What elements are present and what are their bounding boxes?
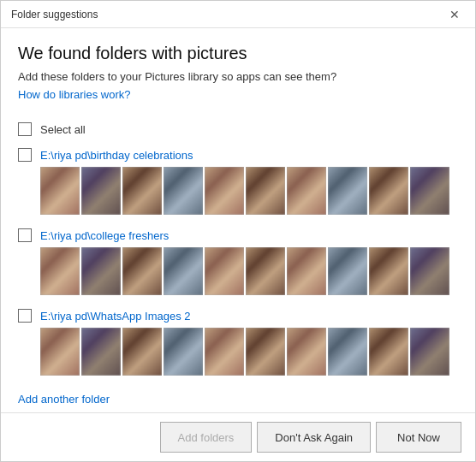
thumbnail — [328, 247, 367, 295]
folder-path-3[interactable]: E:\riya pd\WhatsApp Images 2 — [40, 310, 191, 323]
thumbnail — [81, 247, 121, 295]
thumbnail — [328, 328, 367, 376]
folder-suggestions-dialog: Folder suggestions ✕ We found folders wi… — [0, 0, 476, 462]
thumbnail — [369, 167, 408, 215]
header-section: We found folders with pictures Add these… — [1, 28, 475, 110]
scrollable-area[interactable]: Select all E:\riya pd\birthday celebrati… — [1, 110, 475, 412]
thumbnail — [410, 247, 449, 295]
close-button[interactable]: ✕ — [444, 4, 465, 25]
folder-path-2[interactable]: E:\riya pd\college freshers — [40, 229, 169, 242]
thumbnail — [164, 328, 203, 376]
thumbnail — [246, 247, 285, 295]
folder-checkbox-2[interactable] — [18, 228, 32, 242]
help-link[interactable]: How do libraries work? — [18, 88, 131, 101]
thumbnail — [122, 167, 162, 215]
folder-label-row: E:\riya pd\birthday celebrations — [18, 148, 458, 162]
thumbnail — [287, 167, 326, 215]
footer: Add folders Don't Ask Again Not Now — [1, 412, 475, 461]
thumbnail — [122, 247, 162, 295]
thumbnail — [205, 328, 244, 376]
thumbnail — [81, 167, 121, 215]
thumbnail — [40, 247, 80, 295]
thumbnail — [205, 247, 244, 295]
dont-ask-again-button[interactable]: Don't Ask Again — [257, 422, 371, 453]
thumbnail — [369, 328, 408, 376]
select-all-label: Select all — [40, 123, 86, 136]
folder-label-row: E:\riya pd\WhatsApp Images 2 — [18, 309, 458, 323]
dialog-content: We found folders with pictures Add these… — [1, 28, 475, 412]
folder-item: E:\riya pd\birthday celebrations — [18, 148, 458, 215]
select-all-row: Select all — [18, 122, 458, 136]
thumbnail — [246, 167, 285, 215]
thumbnail — [164, 167, 203, 215]
folder-thumbnails-1 — [40, 167, 458, 215]
folder-label-row: E:\riya pd\college freshers — [18, 228, 458, 242]
folder-checkbox-1[interactable] — [18, 148, 32, 162]
folder-item: E:\riya pd\WhatsApp Images 2 — [18, 309, 458, 376]
add-folders-button[interactable]: Add folders — [160, 422, 253, 453]
folder-thumbnails-2 — [40, 247, 458, 295]
folder-thumbnails-3 — [40, 328, 458, 376]
thumbnail — [205, 167, 244, 215]
thumbnail — [164, 247, 203, 295]
title-bar: Folder suggestions ✕ — [1, 1, 475, 28]
add-another-folder-link[interactable]: Add another folder — [18, 393, 110, 406]
thumbnail — [122, 328, 162, 376]
subtitle: Add these folders to your Pictures libra… — [18, 70, 458, 83]
thumbnail — [40, 167, 80, 215]
thumbnail — [246, 328, 285, 376]
folder-path-1[interactable]: E:\riya pd\birthday celebrations — [40, 149, 193, 162]
folder-item: E:\riya pd\college freshers — [18, 228, 458, 295]
dialog-title: Folder suggestions — [11, 9, 98, 21]
not-now-button[interactable]: Not Now — [376, 422, 461, 453]
folder-checkbox-3[interactable] — [18, 309, 32, 323]
main-title: We found folders with pictures — [18, 44, 458, 63]
thumbnail — [287, 328, 326, 376]
thumbnail — [410, 328, 449, 376]
thumbnail — [410, 167, 449, 215]
thumbnail — [369, 247, 408, 295]
thumbnail — [328, 167, 367, 215]
thumbnail — [287, 247, 326, 295]
thumbnail — [81, 328, 121, 376]
select-all-checkbox[interactable] — [18, 122, 32, 136]
thumbnail — [40, 328, 80, 376]
